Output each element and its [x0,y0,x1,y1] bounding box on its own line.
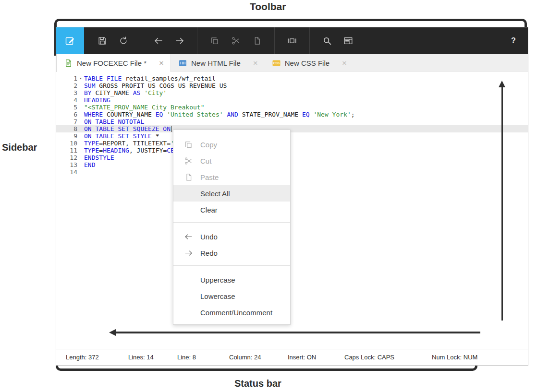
status-column: Column: 24 [229,354,261,361]
help-button[interactable]: ? [505,27,522,54]
code-line: 12ENDSTYLE [56,154,528,161]
tab-new-focexec-file[interactable]: New FOCEXEC File *× [56,54,171,72]
menu-item-lowercase[interactable]: Lowercase [173,288,290,304]
status-bar: Length: 372Lines: 14Line: 8Column: 24Ins… [56,349,528,365]
paste-icon [184,173,200,182]
tab-label: New CSS File [285,59,330,67]
copy-button[interactable] [204,27,225,54]
status-caps-lock: Caps Lock: CAPS [344,354,394,361]
code-line: 3BY CITY_NAME AS 'City' [56,89,528,96]
canvas-horizontal-arrow [115,332,480,333]
menu-item-undo[interactable]: Undo [173,228,290,245]
line-number: 1 [56,75,77,82]
code-line: 10TYPE=REPORT, TITLETEXT='C [56,140,528,147]
revert-button[interactable] [113,27,134,54]
canvas-vertical-arrow [501,87,503,321]
line-number: 3 [56,89,77,96]
line-number: 2 [56,82,77,89]
line-number: 9 [56,132,77,140]
menu-item-clear[interactable]: Clear [173,202,290,218]
edit-button[interactable] [56,27,84,54]
code-line: 2SUM GROSS_PROFIT_US COGS_US REVENUE_US [56,82,528,89]
toolbar: ? [56,27,528,54]
menu-item-label: Cut [200,157,211,165]
menu-item-comment-uncomment[interactable]: Comment/Uncomment [173,304,290,321]
menu-divider [173,222,290,223]
annotated-screenshot: Toolbar File tabs Sidebar Canvas Status … [0,0,537,392]
fold-column [77,118,84,125]
revert-icon [118,36,129,46]
fold-column [77,125,84,132]
code-text: ON TABLE SET SQUEEZE ON [84,125,171,132]
layout-icon [287,36,297,46]
status-insert: Insert: ON [288,354,316,361]
status-line: Line: 8 [177,354,196,361]
menu-divider [173,265,290,266]
menu-item-select-all[interactable]: Select All [173,185,290,202]
tab-close-icon[interactable]: × [159,59,164,67]
paste-button[interactable] [246,27,268,54]
fold-column [77,89,84,96]
back-arrow-button[interactable] [148,27,169,54]
code-line: 9ON TABLE SET STYLE * [56,132,528,140]
tab-close-icon[interactable]: × [342,59,347,67]
code-text: ENDSTYLE [84,154,114,161]
toolbar-separator [309,27,310,54]
report-button[interactable] [338,27,359,54]
menu-item-label: Paste [200,173,219,181]
code-editor[interactable]: 1▾TABLE FILE retail_samples/wf_retail2SU… [56,72,528,353]
fold-column [77,140,84,147]
tab-new-css-file[interactable]: CSSNew CSS File× [265,54,354,71]
cut-icon [184,156,200,166]
line-number: 7 [56,118,77,125]
editor-context-menu: CopyCutPasteSelect AllClearUndoRedoUpper… [173,130,291,325]
copy-icon [184,140,200,149]
code-text: ON TABLE SET STYLE * [84,132,159,140]
cut-button[interactable] [225,27,246,54]
code-text: SUM GROSS_PROFIT_US COGS_US REVENUE_US [84,82,227,89]
fold-column [77,168,84,176]
save-button[interactable] [92,27,113,54]
fold-column [77,96,84,104]
menu-item-redo[interactable]: Redo [173,245,290,261]
back-arrow-icon [153,35,164,47]
tab-new-html-file[interactable]: New HTML File× [171,54,265,71]
toolbar-buttons [56,27,359,54]
code-line: 8ON TABLE SET SQUEEZE ON [56,125,528,132]
fold-column [77,161,84,168]
tab-label: New HTML File [191,59,241,67]
fold-column [77,147,84,154]
edit-icon [64,35,76,47]
layout-button[interactable] [281,27,303,54]
svg-text:CSS: CSS [273,61,280,65]
code-line: 14 [56,168,528,176]
cut-icon [231,36,241,46]
annotation-toolbar-label: Toolbar [250,1,286,12]
code-line: 13END [56,161,528,168]
menu-item-label: Select All [200,190,230,198]
code-text: ON TABLE NOTOTAL [84,118,144,125]
toolbar-separator [141,27,141,54]
code-text: "<STATE_PROV_NAME City Breakout" [84,104,204,111]
fold-marker-icon[interactable]: ▾ [77,75,84,82]
code-text: HEADING [84,96,110,104]
code-line: 11TYPE=HEADING, JUSTIFY=CEN [56,147,528,154]
html-file-icon [179,59,187,67]
text-cursor [171,126,171,132]
focexec-file-icon [64,59,73,67]
tab-close-icon[interactable]: × [253,59,258,67]
menu-item-label: Uppercase [200,276,235,284]
search-button[interactable] [317,27,338,54]
menu-item-label: Clear [200,206,218,214]
forward-arrow-button[interactable] [169,27,190,54]
copy-icon [210,36,220,46]
forward-arrow-icon [174,35,185,47]
fold-column [77,111,84,118]
menu-item-cut: Cut [173,153,290,169]
fold-column [77,154,84,161]
menu-item-paste: Paste [173,169,290,185]
menu-item-uppercase[interactable]: Uppercase [173,272,290,288]
css-file-icon: CSS [272,60,281,66]
code-text: WHERE COUNTRY_NAME EQ 'United States' AN… [84,111,355,118]
code-text: END [84,161,95,168]
